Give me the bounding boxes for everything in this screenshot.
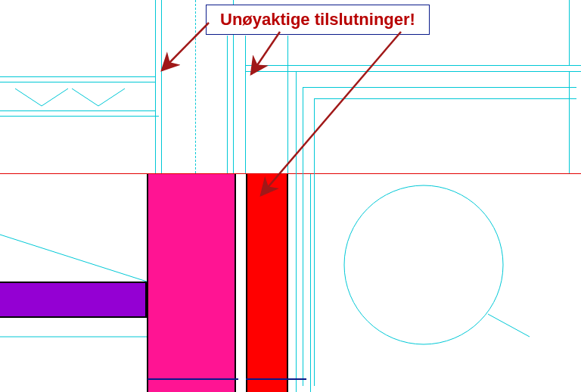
svg-line-1 xyxy=(0,235,147,282)
cyan-line xyxy=(310,174,311,392)
svg-line-3 xyxy=(162,23,209,70)
cyan-line xyxy=(0,110,155,111)
svg-line-4 xyxy=(251,32,280,74)
cyan-line xyxy=(0,82,155,82)
purple-block xyxy=(0,282,147,318)
cyan-line xyxy=(161,0,162,173)
cyan-line xyxy=(0,76,155,77)
navy-line xyxy=(148,378,238,380)
cyan-dash-line xyxy=(195,0,196,173)
cyan-line xyxy=(245,36,246,173)
magenta-block xyxy=(147,173,236,392)
callout-text: Unøyaktige tilslutninger! xyxy=(220,10,415,29)
cyan-rect-inner xyxy=(314,98,576,386)
cyan-line xyxy=(246,65,581,66)
red-block xyxy=(246,173,288,392)
callout-box: Unøyaktige tilslutninger! xyxy=(206,5,430,35)
cyan-line xyxy=(0,116,159,117)
cyan-line xyxy=(569,71,570,173)
navy-line xyxy=(246,378,306,380)
cyan-line xyxy=(569,0,570,65)
cyan-line xyxy=(155,0,156,173)
cyan-line xyxy=(296,72,297,392)
diagram-canvas: Unøyaktige tilslutninger! xyxy=(0,0,581,392)
cyan-line xyxy=(287,36,288,173)
cyan-line xyxy=(227,36,228,173)
